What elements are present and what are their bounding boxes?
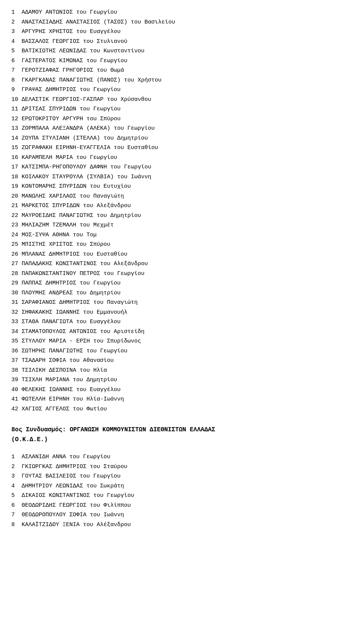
list-item: 5 ΒΑΤΙΚΙΩΤΗΣ ΛΕΩΝΙΔΑΣ του Κωνσταντίνου [11, 46, 353, 56]
list-item: 34 ΣΤΑΜΑΤΟΠΟΥΛΟΣ ΑΝΤΩΝΙΟΣ του Αριστείδη [11, 327, 353, 337]
list-item: 25 ΜΠΙΣΤΗΣ ΧΡΙΣΤΟΣ του Σπύρου [11, 240, 353, 250]
list-item: 10 ΔΕΛΑΣΤΙΚ ΓΕΩΡΓΙΟΣ-ΓΑΣΠΑΡ του Χρύσανθο… [11, 95, 353, 105]
section-7-list: 1 ΑΔΑΜΟΥ ΑΝΤΩΝΙΟΣ του Γεωργίου2 ΑΝΑΣΤΑΣΙ… [11, 8, 353, 414]
list-item: 4 ΔΗΜΗΤΡΙΟΥ ΛΕΩΝΙΔΑΣ του Σωκράτη [11, 481, 353, 491]
section-8-header-line1: 8ος Συνδυασμός: ΟΡΓΑΝΩΣΗ ΚΟΜΜΟΥΝΙΣΤΩΝ ΔΙ… [11, 425, 353, 435]
list-item: 40 ΦΕΛΕΚΗΣ ΙΩΑΝΝΗΣ του Ευαγγέλου [11, 385, 353, 395]
list-item: 32 ΣΗΦΑΚΑΚΗΣ ΙΩΑΝΝΗΣ του Εμμανουήλ [11, 308, 353, 317]
list-item: 30 ΠΛΟΥΜΗΣ ΑΝΔΡΕΑΣ του Δημητρίου [11, 288, 353, 298]
section-8-header: 8ος Συνδυασμός: ΟΡΓΑΝΩΣΗ ΚΟΜΜΟΥΝΙΣΤΩΝ ΔΙ… [11, 425, 353, 445]
list-item: 33 ΣΤΑΘΑ ΠΑΝΑΓΙΩΤΑ του Ευαγγέλου [11, 317, 353, 327]
list-item: 9 ΓΡΑΨΑΣ ΔΗΜΗΤΡΙΟΣ του Γεωργίου [11, 85, 353, 95]
list-item: 3 ΓΟΥΤΑΣ ΒΑΣΙΛΕΙΟΣ του Γεωργίου [11, 471, 353, 481]
list-item: 29 ΠΑΠΠΑΣ ΔΗΜΗΤΡΙΟΣ του Γεωργίου [11, 278, 353, 288]
list-item: 11 ΔΡΙΤΣΑΣ ΣΠΥΡΙΔΩΝ του Γεωργίου [11, 104, 353, 114]
list-item: 18 ΚΟΙΛΑΚΟΥ ΣΤΑΥΡΟΥΛΑ (ΣΥΛΒΙΑ) του Ιωάνν… [11, 172, 353, 182]
list-item: 20 ΜΑΝΩΛΗΣ ΧΑΡΙΛΑΟΣ του Παναγιώτη [11, 192, 353, 201]
list-item: 7 ΓΕΡΟΤΖΙΑΦΑΣ ΓΡΗΓΟΡΙΟΣ του Θωμά [11, 66, 353, 75]
list-item: 6 ΓΑΣΤΕΡΑΤΟΣ ΚΙΜΩΝΑΣ του Γεωργίου [11, 56, 353, 66]
list-item: 2 ΓΚΙΩΡΓΚΑΣ ΔΗΜΗΤΡΙΟΣ του Σταύρου [11, 462, 353, 472]
list-item: 36 ΣΩΤΗΡΗΣ ΠΑΝΑΓΙΩΤΗΣ του Γεωργίου [11, 346, 353, 356]
list-item: 37 ΤΣΑΔΑΡΗ ΣΟΦΙΑ του Αθανασίου [11, 356, 353, 366]
list-item: 28 ΠΑΠΑΚΩΝΣΤΑΝΤΙΝΟΥ ΠΕΤΡΟΣ του Γεωργίου [11, 269, 353, 279]
list-item: 1 ΑΣΛΑΝΙΔΗ ΑΝΝΑ του Γεωργίου [11, 452, 353, 462]
list-item: 7 ΘΕΟΔΩΡΟΠΟΥΛΟΥ ΣΟΦΙΑ του Ιωάννη [11, 510, 353, 520]
list-item: 5 ΔΙΚΑΙΟΣ ΚΩΝΣΤΑΝΤΙΝΟΣ του Γεωργίου [11, 491, 353, 501]
list-item: 14 ΖΟΥΠΑ ΣΤΥΛΙΑΝΗ (ΣΤΕΛΛΑ) του Δημητρίου [11, 134, 353, 143]
list-item: 2 ΑΝΑΣΤΑΣΙΑΔΗΣ ΑΝΑΣΤΑΣΙΟΣ (ΤΑΣΟΣ) του Βα… [11, 17, 353, 27]
list-item: 17 ΚΑΤΣΙΜΠΑ-ΡΗΓΟΠΟΥΛΟΥ ΔΑΦΝΗ του Γεωργίο… [11, 162, 353, 172]
list-item: 1 ΑΔΑΜΟΥ ΑΝΤΩΝΙΟΣ του Γεωργίου [11, 8, 353, 17]
list-item: 39 ΤΣΙΧΛΗ ΜΑΡΙΑΝΑ του Δημητρίου [11, 375, 353, 385]
list-item: 6 ΘΕΟΔΩΡΙΔΗΣ ΓΕΩΡΓΙΟΣ του Φιλίππου [11, 501, 353, 511]
list-item: 3 ΑΡΓΥΡΗΣ ΧΡΗΣΤΟΣ του Ευαγγέλου [11, 27, 353, 37]
list-item: 22 ΜΑΥΡΟΕΙΔΗΣ ΠΑΝΑΓΙΩΤΗΣ του Δημητρίου [11, 211, 353, 221]
list-item: 15 ΖΩΓΡΑΦΑΚΗ ΕΙΡΗΝΗ-ΕΥΑΓΓΕΛΙΑ του Ευσταθ… [11, 143, 353, 153]
list-item: 4 ΒΑΣΣΑΛΟΣ ΓΕΩΡΓΙΟΣ του Στυλιανού [11, 37, 353, 47]
list-item: 23 ΜΗΛΙΑΖΗΜ ΤΖΕΜΑΛΗ του Μεχμέτ [11, 220, 353, 230]
section-8-header-line2: (Ο.Κ.Δ.Ε.) [11, 435, 353, 445]
list-item: 31 ΣΑΡΑΦΙΑΝΟΣ ΔΗΜΗΤΡΙΟΣ του Παναγιώτη [11, 298, 353, 308]
list-item: 19 ΚΟΝΤΟΜΑΡΗΣ ΣΠΥΡΙΔΩΝ του Ευτυχίου [11, 182, 353, 192]
list-item: 41 ΦΩΤΕΛΛΗ ΕΙΡΗΝΗ του Ηλία-Ιωάννη [11, 394, 353, 404]
list-item: 13 ΖΟΡΜΠΑΛΑ ΑΛΕΞΑΝΔΡΑ (ΑΛΕΚΑ) του Γεωργί… [11, 124, 353, 134]
list-item: 26 ΜΠΛΑΝΑΣ ΔΗΜΗΤΡΙΟΣ του Ευσταθίου [11, 250, 353, 259]
list-item: 27 ΠΑΠΑΔΑΚΗΣ ΚΩΝΣΤΑΝΤΙΝΟΣ του Αλεξάνδρου [11, 259, 353, 269]
list-item: 8 ΓΚΑΡΓΚΑΝΑΣ ΠΑΝΑΓΙΩΤΗΣ (ΠΑΝΟΣ) του Χρήσ… [11, 75, 353, 85]
list-item: 38 ΤΣΙΛΙΚΗ ΔΕΣΠΟΙΝΑ του Ηλία [11, 366, 353, 376]
list-item: 35 ΣΤΥΛΛΟΥ ΜΑΡΙΑ - ΕΡΣΗ του Σπυρίδωνος [11, 336, 353, 346]
list-item: 21 ΜΑΡΚΕΤΟΣ ΣΠΥΡΙΔΩΝ του Αλεξάνδρου [11, 201, 353, 211]
section-8-list: 1 ΑΣΛΑΝΙΔΗ ΑΝΝΑ του Γεωργίου2 ΓΚΙΩΡΓΚΑΣ … [11, 452, 353, 530]
list-item: 16 ΚΑΡΑΜΠΕΛΗ ΜΑΡΙΑ του Γεωργίου [11, 153, 353, 163]
list-item: 42 ΧΑΓΙΟΣ ΑΓΓΕΛΟΣ του Φωτίου [11, 404, 353, 414]
list-item: 8 ΚΑΛΑΪΤΖΙΔΟΥ ΞΕΝΙΑ του Αλέξανδρου [11, 520, 353, 530]
list-item: 24 ΜΟΣ-ΣΥΨΑ ΑΘΗΝΑ του Τομ [11, 230, 353, 240]
list-item: 12 ΕΡΩΤΟΚΡΙΤΟΥ ΑΡΓΥΡΗ του Σπύρου [11, 114, 353, 124]
